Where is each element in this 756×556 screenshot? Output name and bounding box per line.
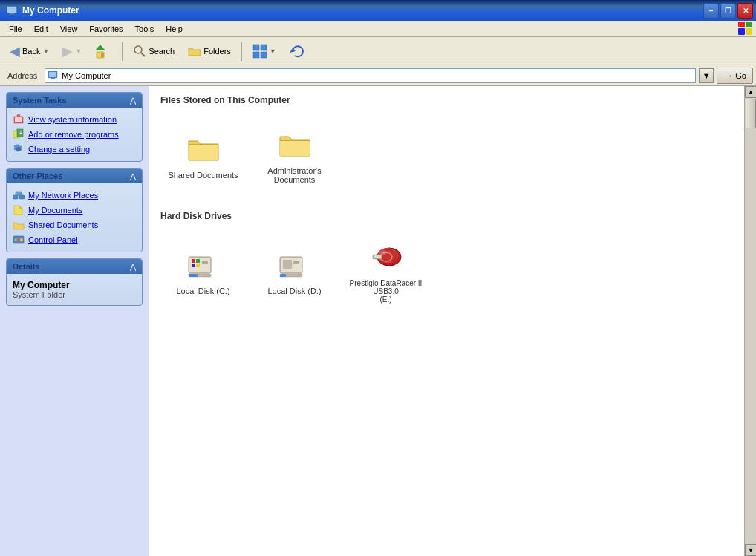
system-tasks-header[interactable]: System Tasks ⋀ [7,93,142,108]
shared-documents-folder-icon [186,131,221,166]
my-documents-label: My Documents [28,206,82,215]
address-bar: Address My Computer ▼ → Go [0,65,756,86]
svg-rect-2 [10,13,14,15]
back-button[interactable]: ◀ Back ▼ [4,40,54,62]
other-places-section: Other Places ⋀ My Network Places [6,168,143,252]
hard-disk-section-header: Hard Disk Drives [160,211,732,221]
setting-icon [13,143,25,155]
menu-view[interactable]: View [54,23,84,35]
usb-drive-item[interactable]: Prestigio DataRacer II USB3.0(E:) [343,230,428,312]
folders-icon [188,45,201,58]
view-system-info-item[interactable]: View system information [10,112,139,127]
svg-rect-25 [13,195,18,199]
close-button[interactable]: ✕ [737,3,753,19]
title-bar-buttons: – ❐ ✕ [703,3,753,19]
svg-rect-37 [192,259,195,263]
svg-point-24 [16,147,21,151]
info-icon [13,114,25,125]
history-icon [290,43,306,59]
title-bar: My Computer – ❐ ✕ [0,0,756,21]
admin-documents-icon-item[interactable]: Administrator'sDocuments [252,114,337,196]
details-header[interactable]: Details ⋀ [7,259,142,274]
search-label: Search [149,47,175,56]
svg-rect-17 [50,79,56,79]
svg-point-7 [134,46,142,53]
shared-documents-icon-item[interactable]: Shared Documents [160,114,246,196]
windows-logo [738,22,753,36]
local-disk-c-icon [186,246,221,282]
svg-marker-5 [95,45,105,50]
address-dropdown-button[interactable]: ▼ [699,68,714,83]
main-layout: System Tasks ⋀ View system information [0,86,756,556]
svg-point-20 [17,114,20,117]
local-disk-c-label: Local Disk (C:) [176,287,229,295]
folders-button[interactable]: Folders [183,42,236,61]
change-setting-item[interactable]: Change a setting [10,142,139,157]
shared-docs-icon [13,219,25,231]
system-tasks-collapse[interactable]: ⋀ [130,97,136,105]
address-value: My Computer [62,71,111,80]
system-tasks-section: System Tasks ⋀ View system information [6,92,143,162]
usb-drive-icon [368,239,404,275]
back-label: Back [22,47,40,56]
menu-favorites[interactable]: Favorites [83,23,128,35]
svg-point-56 [379,250,388,255]
address-input[interactable]: My Computer [45,68,696,83]
details-collapse[interactable]: ⋀ [130,263,136,271]
svg-rect-15 [49,72,56,77]
menu-file[interactable]: File [3,23,28,35]
scroll-track[interactable] [745,98,756,544]
other-places-collapse[interactable]: ⋀ [130,172,136,180]
svg-rect-19 [15,117,22,122]
up-button[interactable] [90,40,117,62]
control-panel-item[interactable]: Control Panel [10,232,139,247]
svg-rect-46 [283,260,292,269]
history-button[interactable] [284,40,311,62]
maximize-button[interactable]: ❐ [720,3,736,19]
local-disk-c-item[interactable]: Local Disk (C:) [160,230,246,312]
sidebar: System Tasks ⋀ View system information [0,86,149,556]
admin-documents-folder-icon [277,126,313,162]
local-disk-d-item[interactable]: Local Disk (D:) [252,230,337,312]
my-documents-item[interactable]: My Documents [10,203,139,218]
files-icon-grid: Shared Documents Administrator'sDocument… [160,114,732,196]
scroll-up-button[interactable]: ▲ [745,86,756,98]
address-go-button[interactable]: → Go [717,68,753,84]
files-section: Files Stored on This Computer Shared Doc… [160,95,732,196]
control-panel-label: Control Panel [28,235,78,244]
address-computer-icon [48,71,59,81]
toolbar: ◀ Back ▼ ▶ ▼ Search Folders [0,37,756,65]
svg-rect-39 [192,264,195,267]
other-places-title: Other Places [13,171,62,180]
menu-help[interactable]: Help [160,23,189,35]
title-text: My Computer [22,5,79,16]
scrollbar: ▲ ▼ [744,86,756,556]
svg-rect-38 [196,259,200,263]
svg-rect-47 [293,261,299,264]
svg-rect-40 [196,264,200,267]
view-icon [252,44,267,59]
search-button[interactable]: Search [128,42,180,61]
svg-marker-13 [290,48,296,53]
view-button[interactable]: ▼ [247,41,281,62]
svg-rect-43 [189,274,198,277]
forward-button[interactable]: ▶ ▼ [57,40,87,62]
system-tasks-title: System Tasks [13,96,67,105]
add-remove-label: Add or remove programs [28,130,119,139]
svg-point-34 [20,238,23,241]
shared-documents-label: Shared Documents [168,171,238,180]
add-remove-programs-item[interactable]: + Add or remove programs [10,127,139,142]
shared-documents-item[interactable]: Shared Documents [10,218,139,232]
search-icon [133,45,146,58]
svg-rect-11 [253,52,259,58]
minimize-button[interactable]: – [703,3,719,19]
scroll-thumb[interactable] [746,99,756,128]
other-places-header[interactable]: Other Places ⋀ [7,169,142,183]
other-places-content: My Network Places My Documents Shared Do… [7,183,142,252]
menu-edit[interactable]: Edit [28,23,54,35]
my-network-places-item[interactable]: My Network Places [10,188,139,203]
view-system-info-label: View system information [28,115,117,124]
details-title: Details [13,262,39,271]
menu-tools[interactable]: Tools [129,23,160,35]
scroll-down-button[interactable]: ▼ [745,544,756,556]
